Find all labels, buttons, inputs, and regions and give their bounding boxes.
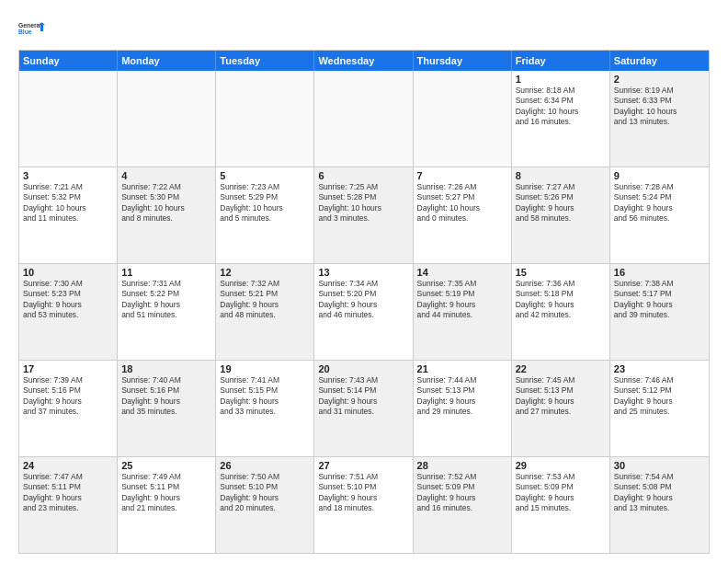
day-info: Sunrise: 7:51 AMSunset: 5:10 PMDaylight:… — [318, 472, 408, 514]
day-info: Sunrise: 7:34 AMSunset: 5:20 PMDaylight:… — [318, 279, 408, 321]
calendar: SundayMondayTuesdayWednesdayThursdayFrid… — [18, 50, 710, 554]
day-info: Sunrise: 7:27 AMSunset: 5:26 PMDaylight:… — [516, 182, 606, 224]
day-info: Sunrise: 7:23 AMSunset: 5:29 PMDaylight:… — [220, 182, 310, 224]
empty-cell — [118, 71, 216, 167]
day-info: Sunrise: 7:43 AMSunset: 5:14 PMDaylight:… — [318, 375, 408, 418]
day-info: Sunrise: 7:30 AMSunset: 5:23 PMDaylight:… — [23, 279, 113, 321]
day-number: 13 — [318, 267, 408, 278]
day-cell: 14Sunrise: 7:35 AMSunset: 5:19 PMDayligh… — [414, 264, 512, 360]
day-number: 4 — [121, 170, 211, 181]
day-number: 30 — [614, 460, 705, 471]
day-info: Sunrise: 7:46 AMSunset: 5:12 PMDaylight:… — [614, 375, 705, 418]
day-info: Sunrise: 7:54 AMSunset: 5:08 PMDaylight:… — [614, 472, 705, 514]
day-cell: 26Sunrise: 7:50 AMSunset: 5:10 PMDayligh… — [216, 457, 314, 553]
logo: General Blue — [18, 15, 46, 42]
day-info: Sunrise: 7:47 AMSunset: 5:11 PMDaylight:… — [23, 472, 113, 514]
day-info: Sunrise: 7:21 AMSunset: 5:32 PMDaylight:… — [23, 182, 113, 224]
day-number: 17 — [23, 363, 113, 374]
day-number: 12 — [220, 267, 310, 278]
day-cell: 5Sunrise: 7:23 AMSunset: 5:29 PMDaylight… — [216, 167, 314, 263]
day-cell: 24Sunrise: 7:47 AMSunset: 5:11 PMDayligh… — [19, 457, 118, 553]
day-cell: 15Sunrise: 7:36 AMSunset: 5:18 PMDayligh… — [512, 264, 610, 360]
day-cell: 30Sunrise: 7:54 AMSunset: 5:08 PMDayligh… — [610, 457, 709, 553]
weekday-header: Monday — [118, 51, 216, 71]
day-cell: 28Sunrise: 7:52 AMSunset: 5:09 PMDayligh… — [414, 457, 512, 553]
day-number: 18 — [121, 363, 211, 374]
calendar-header: SundayMondayTuesdayWednesdayThursdayFrid… — [19, 51, 709, 71]
day-number: 19 — [220, 363, 310, 374]
day-number: 23 — [614, 363, 705, 374]
day-info: Sunrise: 7:52 AMSunset: 5:09 PMDaylight:… — [417, 472, 507, 514]
day-cell: 8Sunrise: 7:27 AMSunset: 5:26 PMDaylight… — [512, 167, 610, 263]
day-cell: 27Sunrise: 7:51 AMSunset: 5:10 PMDayligh… — [314, 457, 413, 553]
day-info: Sunrise: 7:39 AMSunset: 5:16 PMDaylight:… — [23, 375, 113, 418]
day-info: Sunrise: 7:31 AMSunset: 5:22 PMDaylight:… — [121, 279, 211, 321]
day-number: 10 — [23, 267, 113, 278]
day-info: Sunrise: 7:44 AMSunset: 5:13 PMDaylight:… — [417, 375, 507, 418]
logo-svg: General Blue — [18, 15, 46, 42]
day-number: 16 — [614, 267, 705, 278]
day-cell: 13Sunrise: 7:34 AMSunset: 5:20 PMDayligh… — [314, 264, 413, 360]
calendar-week: 3Sunrise: 7:21 AMSunset: 5:32 PMDaylight… — [19, 167, 709, 263]
weekday-header: Tuesday — [216, 51, 314, 71]
day-info: Sunrise: 7:53 AMSunset: 5:09 PMDaylight:… — [516, 472, 606, 514]
weekday-header: Wednesday — [314, 51, 413, 71]
day-info: Sunrise: 7:50 AMSunset: 5:10 PMDaylight:… — [220, 472, 310, 514]
day-number: 1 — [516, 74, 606, 85]
day-info: Sunrise: 7:35 AMSunset: 5:19 PMDaylight:… — [417, 279, 507, 321]
day-number: 22 — [516, 363, 606, 374]
day-info: Sunrise: 7:38 AMSunset: 5:17 PMDaylight:… — [614, 279, 705, 321]
calendar-week: 1Sunrise: 8:18 AMSunset: 6:34 PMDaylight… — [19, 71, 709, 167]
day-number: 3 — [23, 170, 113, 181]
calendar-week: 17Sunrise: 7:39 AMSunset: 5:16 PMDayligh… — [19, 360, 709, 456]
day-number: 26 — [220, 460, 310, 471]
day-cell: 12Sunrise: 7:32 AMSunset: 5:21 PMDayligh… — [216, 264, 314, 360]
day-number: 20 — [318, 363, 408, 374]
day-cell: 9Sunrise: 7:28 AMSunset: 5:24 PMDaylight… — [610, 167, 709, 263]
empty-cell — [19, 71, 118, 167]
day-cell: 20Sunrise: 7:43 AMSunset: 5:14 PMDayligh… — [314, 361, 413, 456]
svg-text:Blue: Blue — [18, 29, 32, 35]
day-cell: 11Sunrise: 7:31 AMSunset: 5:22 PMDayligh… — [118, 264, 216, 360]
day-cell: 10Sunrise: 7:30 AMSunset: 5:23 PMDayligh… — [19, 264, 118, 360]
day-cell: 29Sunrise: 7:53 AMSunset: 5:09 PMDayligh… — [512, 457, 610, 553]
day-info: Sunrise: 7:40 AMSunset: 5:16 PMDaylight:… — [121, 375, 211, 418]
day-number: 7 — [417, 170, 507, 181]
day-info: Sunrise: 7:28 AMSunset: 5:24 PMDaylight:… — [614, 182, 705, 224]
day-number: 5 — [220, 170, 310, 181]
empty-cell — [216, 71, 314, 167]
calendar-week: 24Sunrise: 7:47 AMSunset: 5:11 PMDayligh… — [19, 456, 709, 553]
page: General Blue SundayMondayTuesdayWednesda… — [0, 0, 728, 563]
day-cell: 4Sunrise: 7:22 AMSunset: 5:30 PMDaylight… — [118, 167, 216, 263]
day-number: 2 — [614, 74, 705, 85]
day-number: 15 — [516, 267, 606, 278]
calendar-body: 1Sunrise: 8:18 AMSunset: 6:34 PMDaylight… — [19, 71, 709, 553]
empty-cell — [314, 71, 413, 167]
header: General Blue — [18, 15, 710, 42]
day-cell: 17Sunrise: 7:39 AMSunset: 5:16 PMDayligh… — [19, 361, 118, 456]
day-cell: 21Sunrise: 7:44 AMSunset: 5:13 PMDayligh… — [414, 361, 512, 456]
weekday-header: Sunday — [19, 51, 118, 71]
day-number: 8 — [516, 170, 606, 181]
day-cell: 2Sunrise: 8:19 AMSunset: 6:33 PMDaylight… — [610, 71, 709, 167]
day-cell: 19Sunrise: 7:41 AMSunset: 5:15 PMDayligh… — [216, 361, 314, 456]
day-number: 28 — [417, 460, 507, 471]
day-number: 25 — [121, 460, 211, 471]
day-info: Sunrise: 7:41 AMSunset: 5:15 PMDaylight:… — [220, 375, 310, 418]
day-cell: 18Sunrise: 7:40 AMSunset: 5:16 PMDayligh… — [118, 361, 216, 456]
day-cell: 16Sunrise: 7:38 AMSunset: 5:17 PMDayligh… — [610, 264, 709, 360]
day-info: Sunrise: 7:25 AMSunset: 5:28 PMDaylight:… — [318, 182, 408, 224]
calendar-week: 10Sunrise: 7:30 AMSunset: 5:23 PMDayligh… — [19, 263, 709, 360]
day-number: 9 — [614, 170, 705, 181]
day-cell: 25Sunrise: 7:49 AMSunset: 5:11 PMDayligh… — [118, 457, 216, 553]
day-number: 27 — [318, 460, 408, 471]
day-number: 14 — [417, 267, 507, 278]
day-number: 6 — [318, 170, 408, 181]
day-info: Sunrise: 7:45 AMSunset: 5:13 PMDaylight:… — [516, 375, 606, 418]
day-info: Sunrise: 7:32 AMSunset: 5:21 PMDaylight:… — [220, 279, 310, 321]
day-cell: 22Sunrise: 7:45 AMSunset: 5:13 PMDayligh… — [512, 361, 610, 456]
day-info: Sunrise: 7:49 AMSunset: 5:11 PMDaylight:… — [121, 472, 211, 514]
weekday-header: Thursday — [414, 51, 512, 71]
empty-cell — [414, 71, 512, 167]
day-number: 21 — [417, 363, 507, 374]
